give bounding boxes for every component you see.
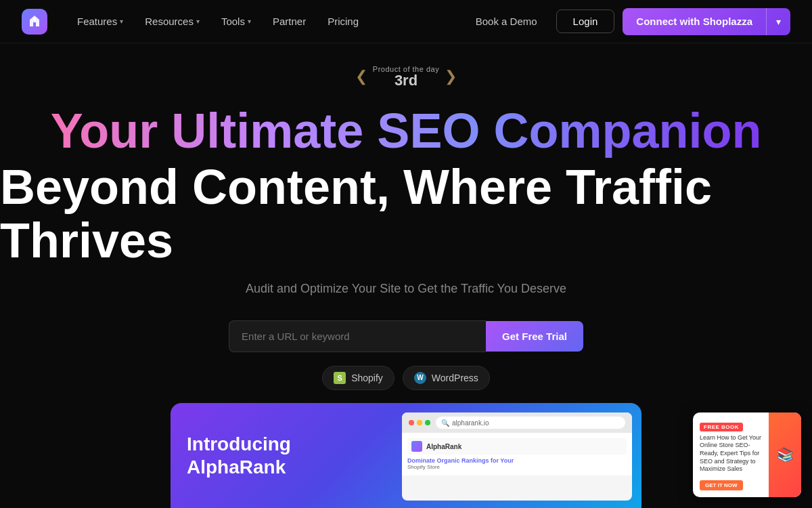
- shopify-label: Shopify: [351, 373, 383, 383]
- intro-title-line2: AlphaRank: [187, 456, 291, 479]
- wordpress-badge[interactable]: W WordPress: [403, 366, 490, 390]
- free-book-content: FREE BOOK Learn How to Get Your Online S…: [693, 412, 769, 497]
- bottom-section: Introducing AlphaRank 🔍 alpharank.io: [0, 400, 812, 508]
- alpharank-app-icon: [411, 441, 422, 452]
- shopify-icon: S: [334, 372, 346, 384]
- wordpress-label: WordPress: [432, 373, 478, 383]
- nav-left: Features ▾ Resources ▾ Tools ▾ Partner P…: [22, 9, 367, 35]
- browser-window: 🔍 alpharank.io AlphaRank Dominate Organi…: [402, 412, 632, 501]
- chevron-down-icon: ▾: [196, 18, 200, 25]
- browser-content: AlphaRank Dominate Organic Rankings for …: [402, 433, 632, 475]
- dot-yellow: [417, 420, 422, 425]
- hero-title-line2: Beyond Content, Where Traffic Thrives: [0, 161, 812, 268]
- logo-icon[interactable]: [22, 9, 47, 35]
- hero-section: ❮ Product of the day 3rd ❯ Your Ultimate…: [0, 43, 812, 390]
- browser-url: alpharank.io: [452, 419, 489, 427]
- hero-title-line1: Your Ultimate SEO Companion: [51, 104, 762, 158]
- chevron-down-icon: ▾: [120, 18, 123, 25]
- badge-text: Product of the day 3rd: [373, 65, 439, 88]
- free-book-popup: FREE BOOK Learn How to Get Your Online S…: [693, 412, 801, 497]
- laurel-left-icon: ❮: [355, 68, 367, 85]
- platform-badges: S Shopify W WordPress: [322, 366, 490, 390]
- alpharank-sub: Shopify Store: [407, 464, 627, 470]
- browser-search-icon: 🔍: [441, 419, 449, 427]
- login-button[interactable]: Login: [556, 9, 615, 33]
- nav-pricing[interactable]: Pricing: [319, 10, 367, 33]
- shopify-badge[interactable]: S Shopify: [322, 366, 394, 390]
- badge-rank: 3rd: [373, 73, 439, 88]
- connect-label: Connect with Shoplazza: [623, 9, 766, 34]
- book-demo-button[interactable]: Book a Demo: [465, 10, 548, 33]
- intro-title-line1: Introducing: [187, 433, 291, 456]
- browser-toolbar: 🔍 alpharank.io: [402, 412, 632, 433]
- dot-red: [409, 420, 414, 425]
- free-trial-button[interactable]: Get Free Trial: [486, 321, 583, 352]
- free-book-cta-button[interactable]: GET IT NOW: [700, 480, 743, 490]
- intro-text: Introducing AlphaRank: [187, 433, 291, 478]
- nav-links: Features ▾ Resources ▾ Tools ▾ Partner P…: [69, 10, 367, 33]
- browser-address-bar: 🔍 alpharank.io: [436, 417, 625, 429]
- alpharank-app-name: AlphaRank: [426, 443, 461, 450]
- alpharank-bar: AlphaRank: [407, 438, 627, 454]
- free-book-title: Learn How to Get Your Online Store SEO-R…: [700, 434, 762, 473]
- nav-features[interactable]: Features ▾: [69, 10, 131, 33]
- nav-tools[interactable]: Tools ▾: [213, 10, 259, 33]
- search-row: Get Free Trial: [229, 320, 583, 352]
- search-input[interactable]: [229, 320, 486, 352]
- navbar: Features ▾ Resources ▾ Tools ▾ Partner P…: [0, 0, 812, 43]
- product-badge: ❮ Product of the day 3rd ❯: [355, 65, 457, 88]
- alpharank-tagline: Dominate Organic Rankings for Your: [407, 457, 627, 464]
- intro-mockup: 🔍 alpharank.io AlphaRank Dominate Organi…: [304, 419, 625, 492]
- browser-dots: [409, 420, 430, 425]
- connect-shoplazza-button[interactable]: Connect with Shoplazza ▾: [623, 8, 790, 35]
- intro-card: Introducing AlphaRank 🔍 alpharank.io: [171, 403, 641, 508]
- chevron-down-icon: ▾: [248, 18, 251, 25]
- dot-green: [425, 420, 430, 425]
- wordpress-icon: W: [414, 372, 426, 384]
- laurel-right-icon: ❯: [445, 68, 457, 85]
- nav-right: Book a Demo Login Connect with Shoplazza…: [465, 8, 790, 35]
- nav-partner[interactable]: Partner: [265, 10, 314, 33]
- hero-subtitle: Audit and Optimize Your Site to Get the …: [246, 282, 566, 296]
- nav-resources[interactable]: Resources ▾: [137, 10, 208, 33]
- free-book-badge: FREE BOOK: [700, 423, 743, 431]
- connect-dropdown-icon[interactable]: ▾: [767, 9, 790, 34]
- svg-point-0: [33, 18, 36, 20]
- free-book-image: 📚: [769, 412, 801, 497]
